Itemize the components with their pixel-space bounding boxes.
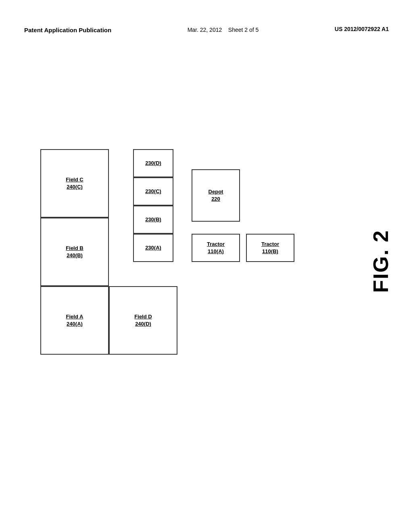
- field-a-label: Field A 240(A): [66, 313, 83, 328]
- box-230c-label: 230(C): [145, 188, 161, 195]
- page-header: Patent Application Publication Mar. 22, …: [0, 26, 413, 34]
- box-230d-label: 230(D): [145, 160, 161, 167]
- field-d-label: Field D 240(D): [134, 313, 152, 328]
- field-b-box: Field B 240(B): [40, 218, 109, 286]
- field-d-box: Field D 240(D): [109, 286, 177, 355]
- box-230c: 230(C): [133, 177, 173, 206]
- tractor-a-label: Tractor 110(A): [207, 241, 225, 255]
- tractor-b-box: Tractor 110(B): [246, 234, 294, 262]
- box-230b-label: 230(B): [145, 216, 161, 223]
- box-230b: 230(B): [133, 206, 173, 234]
- sheet-info: Mar. 22, 2012 Sheet 2 of 5: [188, 26, 259, 34]
- box-230a: 230(A): [133, 234, 173, 262]
- figure-label: FIG. 2: [369, 230, 393, 293]
- box-230a-label: 230(A): [145, 244, 161, 251]
- patent-number: US 2012/0072922 A1: [335, 26, 389, 32]
- field-c-label: Field C 240(C): [66, 176, 83, 191]
- field-c-box: Field C 240(C): [40, 149, 109, 218]
- field-a-box: Field A 240(A): [40, 286, 109, 355]
- tractor-b-label: Tractor 110(B): [261, 241, 279, 255]
- diagram-area: Field C 240(C) Field B 240(B) Field A 24…: [40, 149, 315, 375]
- publication-title: Patent Application Publication: [24, 26, 111, 34]
- box-230d: 230(D): [133, 149, 173, 177]
- depot-label: Depot 220: [209, 188, 223, 203]
- tractor-a-box: Tractor 110(A): [192, 234, 240, 262]
- field-b-label: Field B 240(B): [66, 245, 83, 259]
- depot-box: Depot 220: [192, 169, 240, 222]
